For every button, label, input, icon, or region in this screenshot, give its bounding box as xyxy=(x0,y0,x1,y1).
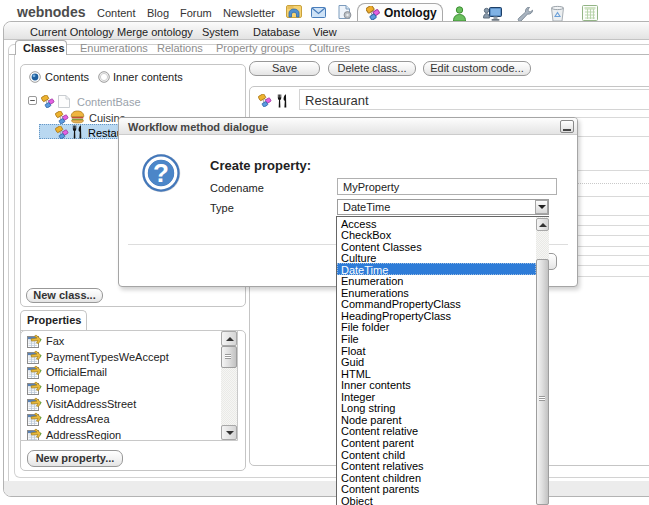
svg-text:?: ? xyxy=(153,158,169,188)
